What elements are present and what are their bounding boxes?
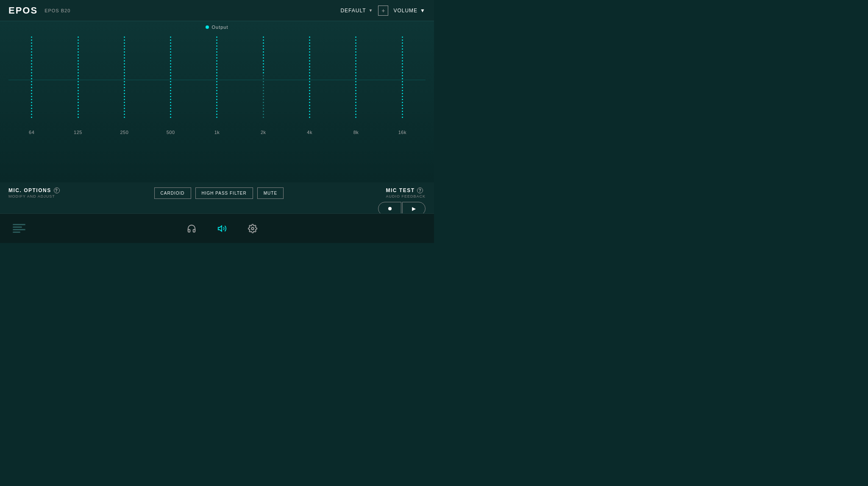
- nav-center-icons: [187, 224, 257, 233]
- svg-point-1: [252, 227, 254, 230]
- eq-band-250[interactable]: 250: [101, 36, 147, 135]
- eq-band-4k[interactable]: 4k: [287, 36, 333, 135]
- eq-band-8k[interactable]: 8k: [333, 36, 379, 135]
- output-indicator: Output: [0, 25, 434, 30]
- eq-band-2k[interactable]: 2k: [240, 36, 287, 135]
- app-logo: EPOS: [8, 5, 38, 16]
- eq-dots-4k: [309, 36, 310, 126]
- eq-freq-250: 250: [120, 130, 128, 135]
- header-left: EPOS EPOS B20: [8, 5, 70, 16]
- eq-dots-8k: [355, 36, 356, 126]
- eq-freq-1k: 1k: [214, 130, 220, 135]
- volume-arrow-icon: ▼: [420, 8, 426, 14]
- preset-dropdown[interactable]: DEFAULT ▼: [340, 8, 373, 14]
- high-pass-filter-button[interactable]: HIGH PASS FILTER: [195, 187, 253, 199]
- mic-test-label: MIC TEST ?: [386, 187, 426, 193]
- preset-arrow-icon: ▼: [369, 8, 373, 13]
- eq-freq-2k: 2k: [261, 130, 266, 135]
- nav-line-2: [13, 226, 22, 228]
- add-preset-button[interactable]: +: [378, 6, 388, 16]
- eq-freq-16k: 16k: [398, 130, 406, 135]
- output-label: Output: [211, 25, 228, 30]
- mic-options-row: MIC. OPTIONS ? MODIFY AND ADJUST CARDIOI…: [8, 187, 426, 215]
- eq-dots-500: [170, 36, 171, 126]
- main-eq-area: Output 64: [0, 21, 434, 182]
- nav-logo-lines: [13, 224, 25, 233]
- play-icon: ▶: [412, 206, 416, 212]
- nav-line-1: [13, 224, 25, 225]
- eq-freq-125: 125: [74, 130, 82, 135]
- mic-test-subtitle: AUDIO FEEDBACK: [386, 194, 426, 198]
- settings-icon: [248, 224, 257, 233]
- nav-headphones-button[interactable]: [187, 224, 196, 233]
- mic-options-title: MIC. OPTIONS ? MODIFY AND ADJUST: [8, 187, 60, 198]
- eq-freq-4k: 4k: [307, 130, 312, 135]
- speaker-icon: [217, 224, 227, 233]
- mic-options-text: MIC. OPTIONS: [8, 187, 51, 193]
- eq-band-64[interactable]: 64: [8, 36, 55, 135]
- eq-band-125[interactable]: 125: [55, 36, 101, 135]
- volume-dropdown[interactable]: VOLUME ▼: [393, 8, 426, 14]
- eq-band-16k[interactable]: 16k: [379, 36, 426, 135]
- device-name: EPOS B20: [45, 8, 70, 13]
- mic-options-label: MIC. OPTIONS ?: [8, 187, 60, 193]
- header-right: DEFAULT ▼ + VOLUME ▼: [340, 6, 426, 16]
- headphones-icon: [187, 224, 196, 233]
- mic-buttons: CARDIOID HIGH PASS FILTER MUTE: [154, 187, 284, 199]
- eq-dots-250: [124, 36, 125, 126]
- nav-speaker-button[interactable]: [217, 224, 227, 233]
- mic-options-help-icon[interactable]: ?: [54, 187, 60, 193]
- volume-label: VOLUME: [393, 8, 417, 14]
- eq-freq-64: 64: [29, 130, 34, 135]
- eq-center-line: [8, 80, 426, 80]
- eq-band-1k[interactable]: 1k: [194, 36, 240, 135]
- record-dot-icon: [388, 207, 392, 210]
- svg-marker-0: [218, 226, 222, 231]
- eq-freq-8k: 8k: [353, 130, 359, 135]
- mic-test-text: MIC TEST: [386, 187, 415, 193]
- preset-label: DEFAULT: [340, 8, 366, 14]
- cardioid-button[interactable]: CARDIOID: [154, 187, 191, 199]
- nav-line-4: [13, 232, 20, 233]
- eq-band-500[interactable]: 500: [147, 36, 194, 135]
- eq-dots-125: [78, 36, 79, 126]
- eq-dots-16k: [402, 36, 403, 126]
- mute-button[interactable]: MUTE: [257, 187, 284, 199]
- nav-right-placeholder: [419, 224, 421, 233]
- output-dot: [206, 25, 209, 29]
- eq-dots-1k: [216, 36, 217, 126]
- mic-options-subtitle: MODIFY AND ADJUST: [8, 194, 60, 198]
- eq-freq-500: 500: [167, 130, 175, 135]
- header: EPOS EPOS B20 DEFAULT ▼ + VOLUME ▼: [0, 0, 434, 21]
- eq-dots-2k: [263, 36, 264, 126]
- nav-line-3: [13, 229, 25, 230]
- bottom-navigation: [0, 213, 434, 243]
- eq-visualizer: 64 125: [0, 33, 434, 135]
- nav-settings-button[interactable]: [248, 224, 257, 233]
- mic-test-section: MIC TEST ? AUDIO FEEDBACK ▶: [378, 187, 426, 215]
- mic-test-help-icon[interactable]: ?: [417, 187, 423, 193]
- eq-dots-64: [31, 36, 32, 126]
